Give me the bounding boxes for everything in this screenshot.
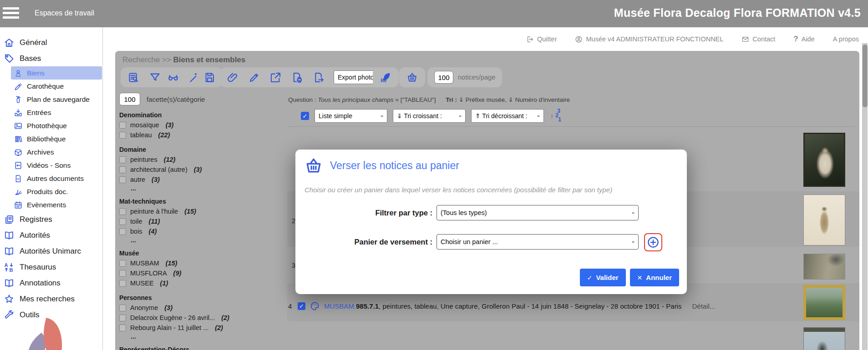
facet-item[interactable]: toile(11) [119,216,276,226]
facet-more-link[interactable]: ... [119,185,276,192]
filter-icon[interactable] [149,71,161,84]
extinguisher-icon [14,95,23,104]
detail-link[interactable]: Détail... [692,302,715,310]
toolbar-group-feather: Re [373,67,399,87]
numeric-sort-icon[interactable]: 3↑21 [549,109,561,123]
facet-item[interactable]: mosaïque(3) [119,120,276,130]
facet-item[interactable]: architectural (autre)(3) [119,165,276,175]
core-sample-icon [14,82,23,91]
facet-checkbox[interactable] [119,228,126,235]
sidebar-item-bases[interactable]: Bases [0,50,102,66]
facet-checkbox[interactable] [119,176,126,183]
record-prefix-link[interactable]: MUSBAM. [324,302,356,310]
facet-more-link[interactable]: ... [119,333,276,340]
sidebar-item-phototheque[interactable]: Photothèque [0,119,102,132]
painting-thumbnail-portrait-woman[interactable] [803,133,845,187]
vertical-scrollbar-thumb[interactable] [863,45,868,107]
pencil-icon[interactable] [248,71,260,84]
sidebar-item-general[interactable]: Général [0,35,102,50]
painting-thumbnail-framed-landscape[interactable] [803,285,845,320]
sidebar-item-produits-doc[interactable]: Produits doc. [0,185,102,198]
sidebar-item-biens[interactable]: Biens [11,66,102,80]
sidebar-item-plan-de-sauvegarde[interactable]: Plan de sauvegarde [0,93,102,106]
facet-more-link[interactable]: ... [119,236,276,244]
facet-item[interactable]: peinture à l'huile(15) [119,206,276,216]
account-link-contact[interactable]: Contact [741,35,775,43]
facet-checkbox[interactable] [119,132,126,139]
sidebar-item-registres[interactable]: Registres [0,211,102,227]
painting-thumbnail-standing-man[interactable] [803,195,845,245]
facet-item[interactable]: Rebourg Alain - 11 juillet ...(2) [119,323,276,333]
facet-item[interactable]: peintures(12) [119,155,276,165]
sidebar-item-label: Archives [27,148,54,156]
facet-checkbox[interactable] [119,325,126,331]
facet-item[interactable]: Delacroix Eugène - 26 avril...(2) [119,313,276,323]
facet-group: MuséeMUSBAM(15)MUSFLORA(9)MUSEE(1) [119,250,276,288]
account-link-a-propos[interactable]: A propos [833,35,859,43]
sidebar-item-evenements[interactable]: Evènements [0,198,102,211]
sidebar-item-annotations[interactable]: Annotations [0,275,102,291]
basket-icon[interactable] [406,71,418,84]
sidebar-item-archives[interactable]: Archives [0,145,102,159]
select-all-checkbox[interactable]: ✓ [301,112,309,120]
view-mode-select-wrap: Liste simple ⌄ [315,109,387,123]
sidebar-item-videos-sons[interactable]: Vidéos - Sons [0,159,102,172]
validate-button[interactable]: ✓ Valider [580,269,626,286]
painting-thumbnail-landscape-castle[interactable] [803,254,845,280]
feather-re-icon[interactable]: Re [380,71,392,84]
account-link-quitter[interactable]: Quitter [526,35,557,43]
row-checkbox[interactable]: ✓ [298,302,305,310]
add-basket-button-highlighted[interactable] [644,233,662,251]
facet-item[interactable]: bois(4) [119,226,276,236]
facet-checkbox[interactable] [119,270,126,277]
facet-group: Mat-techniquespeinture à l'huile(15)toil… [119,198,276,244]
glasses-icon[interactable] [167,71,179,84]
sidebar-item-bibliotheque[interactable]: Bibliothèque [0,132,102,145]
vertical-scrollbar-track[interactable] [862,43,868,350]
sort-desc-select[interactable]: ⇑ Tri décroissant : [471,109,544,123]
export-file-icon[interactable] [312,71,325,84]
facet-count-input[interactable] [119,93,140,105]
filter-type-select[interactable]: (Tous les types) [437,205,639,220]
basket-select[interactable]: Choisir un panier ... [437,234,639,250]
print-file-icon[interactable] [291,71,303,84]
sort-asc-select[interactable]: ⇓ Tri croissant : [393,109,466,123]
list-search-icon[interactable] [127,71,140,84]
facet-item[interactable]: MUSFLORA(9) [119,268,276,278]
sidebar-item-autorites-unimarc[interactable]: Autorités Unimarc [0,243,102,259]
notices-per-page-input[interactable] [434,71,453,84]
sidebar-item-label: Plan de sauvegarde [27,95,90,104]
facet-item[interactable]: MUSBAM(15) [119,258,276,268]
external-link-icon[interactable] [269,71,282,84]
row-number: 4 [288,302,294,310]
sidebar-item-entrees[interactable]: Entrées [0,106,102,119]
facet-checkbox[interactable] [119,280,126,287]
facet-checkbox[interactable] [119,315,126,321]
save-icon[interactable] [203,71,216,84]
facet-item[interactable]: autre(3) [119,175,276,185]
facet-item[interactable]: MUSEE(1) [119,278,276,288]
facet-checkbox[interactable] [119,208,126,215]
sidebar-item-autorites[interactable]: Autorités [0,227,102,243]
facet-label: autre [130,176,145,183]
account-link-aide[interactable]: ?Aide [793,35,814,44]
facet-item[interactable]: tableau(22) [119,130,276,140]
sidebar-item-thesaurus[interactable]: ABThesaurus [0,259,102,275]
facet-checkbox[interactable] [119,166,126,173]
inbox-arrow-icon [14,108,23,117]
facet-checkbox[interactable] [119,260,126,267]
facet-item[interactable]: Anonyme(3) [119,303,276,313]
painting-thumbnail-soldier[interactable] [803,327,845,350]
hamburger-menu-icon[interactable] [3,7,19,20]
sidebar-item-carotheque[interactable]: Carothèque [0,80,102,93]
facet-checkbox[interactable] [119,305,126,311]
sidebar-item-mes-recherches[interactable]: Mes recherches [0,291,102,307]
facet-checkbox[interactable] [119,156,126,163]
view-mode-select[interactable]: Liste simple [315,109,387,123]
facet-checkbox[interactable] [119,218,126,225]
paperclip-icon[interactable] [227,71,239,84]
account-link-user[interactable]: Musée v4 ADMINISTRATEUR FONCTIONNEL [575,35,723,43]
sidebar-item-autres-documents[interactable]: Autres documents [0,172,102,185]
facet-checkbox[interactable] [119,122,126,129]
cancel-button[interactable]: ✕ Annuler [630,269,679,286]
